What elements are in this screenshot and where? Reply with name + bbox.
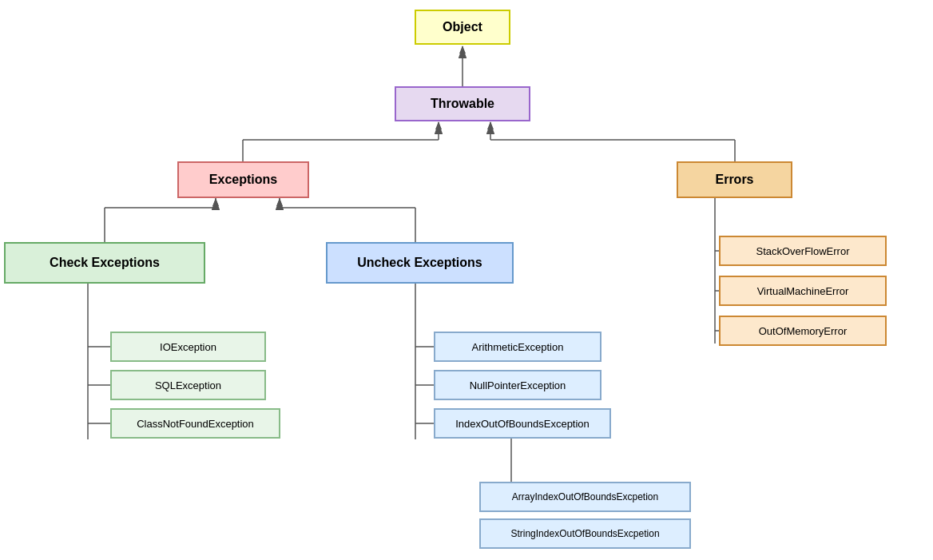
node-classnotfound: ClassNotFoundException xyxy=(110,408,280,439)
node-stackoverflow: StackOverFlowError xyxy=(719,236,887,266)
node-arrayindex-label: ArrayIndexOutOfBoundsExcpetion xyxy=(512,491,658,502)
node-check-exceptions: Check Exceptions xyxy=(4,242,205,284)
node-nullpointer: NullPointerException xyxy=(434,370,601,400)
node-throwable-label: Throwable xyxy=(431,97,494,111)
svg-marker-33 xyxy=(459,46,466,54)
node-exceptions: Exceptions xyxy=(177,161,309,198)
node-ioexception: IOException xyxy=(110,332,266,362)
node-classnotfound-label: ClassNotFoundException xyxy=(137,418,254,430)
svg-marker-30 xyxy=(276,198,283,206)
node-stringindex: StringIndexOutOfBoundsExcpetion xyxy=(479,518,691,549)
node-ioexception-label: IOException xyxy=(160,341,216,353)
node-outofmemory-label: OutOfMemoryError xyxy=(759,325,848,337)
node-errors: Errors xyxy=(677,161,792,198)
node-sqlexception-label: SQLException xyxy=(155,379,221,391)
node-throwable: Throwable xyxy=(395,86,530,121)
node-outofmemory: OutOfMemoryError xyxy=(719,316,887,346)
node-stackoverflow-label: StackOverFlowError xyxy=(756,245,849,257)
node-stringindex-label: StringIndexOutOfBoundsExcpetion xyxy=(510,528,659,539)
node-indexoutofbounds-label: IndexOutOfBoundsException xyxy=(455,418,590,430)
node-virtualmachine-label: VirtualMachineError xyxy=(757,285,849,297)
node-exceptions-label: Exceptions xyxy=(209,173,277,187)
node-object-label: Object xyxy=(443,20,482,34)
svg-marker-31 xyxy=(435,121,442,129)
node-arrayindex: ArrayIndexOutOfBoundsExcpetion xyxy=(479,482,691,512)
node-virtualmachine: VirtualMachineError xyxy=(719,276,887,306)
node-object: Object xyxy=(415,10,510,45)
svg-marker-29 xyxy=(212,198,219,206)
node-errors-label: Errors xyxy=(715,173,753,187)
node-indexoutofbounds: IndexOutOfBoundsException xyxy=(434,408,611,439)
node-sqlexception: SQLException xyxy=(110,370,266,400)
diagram: Object Throwable Exceptions Errors Check… xyxy=(0,0,933,560)
node-check-exceptions-label: Check Exceptions xyxy=(50,256,160,270)
node-uncheck-exceptions-label: Uncheck Exceptions xyxy=(357,256,482,270)
node-uncheck-exceptions: Uncheck Exceptions xyxy=(326,242,514,284)
node-arithmetic-label: ArithmeticException xyxy=(472,341,564,353)
node-arithmetic: ArithmeticException xyxy=(434,332,601,362)
node-nullpointer-label: NullPointerException xyxy=(470,379,566,391)
svg-marker-32 xyxy=(487,121,494,129)
